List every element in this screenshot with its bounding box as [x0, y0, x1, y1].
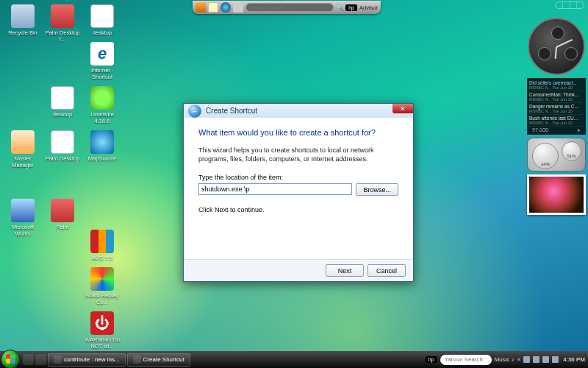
icon-label: Roxio Replay Co... [84, 292, 121, 305]
icon-label: AVG 7.5 [84, 255, 121, 261]
feed-item[interactable]: Did sellers overreact...MSNBC N... Tue J… [529, 79, 584, 91]
app-icon [51, 86, 74, 110]
quicklaunch-1[interactable] [23, 354, 34, 365]
dialog-heading: What item would you like to create a sho… [198, 128, 398, 137]
desktop-icon[interactable]: Master Manager [4, 130, 41, 169]
music-link[interactable]: Music ♪ [495, 356, 514, 363]
dialog-footer: Next Cancel [184, 259, 413, 281]
icon-label: LimeWire 4.16.6 [84, 111, 121, 124]
taskbar: contribute : new ins...Create Shortcut h… [0, 351, 588, 368]
dock-icon-notes[interactable] [208, 2, 218, 13]
icon-label: Palm Desktop f... [44, 29, 81, 43]
slideshow-image [529, 177, 584, 213]
app-icon [90, 267, 114, 291]
taskbar-right: hp Music ♪ « 4:36 PM [426, 355, 588, 365]
icon-label: desktop [44, 111, 81, 118]
feed-item[interactable]: Bush attends last EU...MSNBC N... Tue Ju… [529, 115, 584, 127]
tray-icon-3[interactable] [542, 356, 549, 363]
slideshow-gadget[interactable] [527, 174, 586, 215]
dock-search-go-icon[interactable]: 🔍 [336, 4, 343, 11]
dock-icon-4[interactable] [233, 2, 243, 13]
app-icon [51, 130, 74, 154]
icon-label: Master Manager [4, 155, 41, 169]
create-shortcut-dialog: ← Create Shortcut ✕ What item would you … [183, 103, 414, 282]
dock-search-input[interactable] [245, 3, 334, 12]
desktop-icon[interactable]: LimeWire 4.16.6 [84, 86, 121, 124]
tray-icon-1[interactable] [523, 356, 530, 363]
windows-sidebar: Did sellers overreact...MSNBC N... Tue J… [527, 18, 586, 215]
quicklaunch-2[interactable] [35, 354, 46, 365]
back-button-icon[interactable]: ← [188, 105, 201, 118]
desktop-icon[interactable]: ⏻WARNING Do NOT cli... [84, 311, 121, 350]
news-feed-gadget[interactable]: Did sellers overreact...MSNBC N... Tue J… [527, 78, 586, 135]
app-icon [90, 130, 114, 154]
tray-icon-2[interactable] [533, 356, 539, 363]
desktop-icon[interactable]: eInternet - Shortcut [84, 42, 121, 80]
app-icon [11, 4, 35, 28]
location-label: Type the location of the item: [198, 174, 398, 181]
app-icon [51, 199, 74, 222]
close-icon[interactable]: ✕ [392, 104, 413, 113]
start-button[interactable] [1, 350, 20, 369]
app-icon [51, 4, 74, 28]
desktop-icon[interactable]: Palm Desktop [44, 130, 81, 162]
app-icon: ⏻ [90, 311, 114, 335]
cancel-button[interactable]: Cancel [368, 264, 406, 277]
app-icon [90, 4, 114, 28]
app-icon: e [90, 42, 114, 66]
continue-hint: Click Next to continue. [198, 206, 398, 213]
app-icon [90, 86, 114, 110]
desktop-wallpaper: Recycle BinPalm Desktop f...desktopeInte… [0, 0, 588, 368]
taskbar-clock[interactable]: 4:36 PM [563, 356, 585, 363]
desktop-icon[interactable]: MapSource [84, 130, 121, 162]
desktop-icons: Recycle BinPalm Desktop f...desktopeInte… [3, 3, 124, 354]
dialog-description: This wizard helps you to create shortcut… [198, 146, 398, 163]
dock-icon-globe[interactable] [220, 2, 231, 13]
cpu-dial: 24% [532, 143, 559, 169]
desktop-icon[interactable]: Microsoft Works [4, 199, 41, 237]
icon-label: Recycle Bin [4, 29, 41, 36]
desktop-icon[interactable]: Palm Desktop f... [44, 4, 81, 43]
next-button[interactable]: Next [326, 264, 364, 277]
icon-label: Palm Desktop [44, 155, 81, 162]
icon-label: Microsoft Works [4, 224, 41, 237]
icon-label: Internet - Shortcut [84, 67, 121, 80]
hp-logo-taskbar: hp [426, 356, 437, 363]
cpu-meter-gadget[interactable]: 24% 51% [527, 138, 586, 171]
feed-next-icon[interactable]: ▸ [578, 127, 581, 133]
taskbar-task[interactable]: Create Shortcut [127, 353, 190, 367]
location-input[interactable] [198, 183, 352, 195]
browse-button[interactable]: Browse... [356, 183, 398, 196]
dialog-titlebar[interactable]: ← Create Shortcut ✕ [184, 104, 413, 118]
clock-gadget[interactable] [528, 18, 585, 75]
sidebar-mini-controls[interactable] [555, 1, 584, 9]
desktop-icon[interactable]: Recycle Bin [4, 4, 41, 36]
icon-label: Palm [44, 224, 81, 230]
desktop-icon[interactable]: desktop [84, 4, 121, 36]
feed-item[interactable]: ConsumerMan: Think...MSNBC N... Tue Jun … [529, 91, 584, 103]
desktop-icon[interactable]: desktop [44, 86, 81, 118]
tray-icon-4[interactable] [552, 356, 559, 363]
hp-dock: 🔍 hp Advisor [193, 1, 381, 14]
tray-expand-icon[interactable]: « [517, 356, 520, 363]
feed-nav-range: 97-100 [532, 127, 548, 133]
app-icon [11, 199, 35, 222]
advisor-label[interactable]: Advisor [359, 4, 378, 11]
hp-logo: hp [345, 4, 357, 11]
desktop-icon[interactable]: Palm [44, 199, 81, 230]
desktop-icon[interactable]: Roxio Replay Co... [84, 267, 121, 305]
dialog-title: Create Shortcut [206, 107, 257, 115]
icon-label: WARNING Do NOT cli... [84, 336, 121, 350]
app-icon [11, 130, 35, 154]
icon-label: desktop [84, 29, 121, 36]
app-icon [90, 230, 114, 253]
ram-dial: 51% [562, 141, 581, 161]
icon-label: MapSource [84, 155, 121, 162]
taskbar-task[interactable]: contribute : new ins... [48, 353, 126, 367]
dock-icon-1[interactable] [196, 2, 206, 13]
feed-item[interactable]: Danger remains as C...MSNBC N... Tue Jun… [529, 103, 584, 115]
desktop-icon[interactable]: AVG 7.5 [84, 230, 121, 261]
taskbar-search-input[interactable] [440, 355, 492, 365]
